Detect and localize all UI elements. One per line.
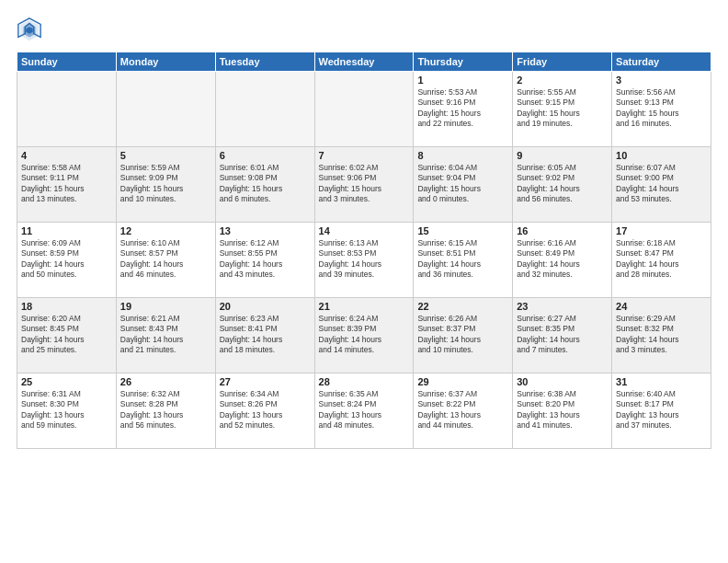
calendar-cell: 30Sunrise: 6:38 AM Sunset: 8:20 PM Dayli… — [513, 373, 612, 449]
day-number: 1 — [417, 75, 508, 86]
calendar-cell: 10Sunrise: 6:07 AM Sunset: 9:00 PM Dayli… — [612, 147, 711, 223]
day-number: 2 — [517, 75, 608, 86]
calendar-cell — [116, 72, 215, 147]
calendar-cell: 8Sunrise: 6:04 AM Sunset: 9:04 PM Daylig… — [414, 147, 513, 223]
day-info: Sunrise: 6:35 AM Sunset: 8:24 PM Dayligh… — [319, 389, 410, 431]
day-info: Sunrise: 6:34 AM Sunset: 8:26 PM Dayligh… — [220, 389, 311, 431]
calendar-cell — [215, 72, 314, 147]
day-number: 12 — [120, 225, 211, 236]
calendar-week-5: 25Sunrise: 6:31 AM Sunset: 8:30 PM Dayli… — [17, 373, 711, 449]
day-info: Sunrise: 6:24 AM Sunset: 8:39 PM Dayligh… — [319, 314, 410, 356]
calendar-cell: 21Sunrise: 6:24 AM Sunset: 8:39 PM Dayli… — [314, 298, 414, 373]
calendar-cell: 27Sunrise: 6:34 AM Sunset: 8:26 PM Dayli… — [215, 373, 314, 449]
day-info: Sunrise: 6:15 AM Sunset: 8:51 PM Dayligh… — [417, 238, 508, 281]
day-number: 4 — [21, 150, 112, 161]
day-number: 14 — [319, 225, 410, 236]
day-number: 21 — [319, 301, 410, 312]
calendar-cell: 23Sunrise: 6:27 AM Sunset: 8:35 PM Dayli… — [513, 298, 612, 373]
calendar-cell: 29Sunrise: 6:37 AM Sunset: 8:22 PM Dayli… — [414, 373, 513, 449]
day-info: Sunrise: 6:10 AM Sunset: 8:57 PM Dayligh… — [120, 238, 211, 281]
calendar-week-1: 1Sunrise: 5:53 AM Sunset: 9:16 PM Daylig… — [17, 72, 711, 147]
day-info: Sunrise: 6:05 AM Sunset: 9:02 PM Dayligh… — [517, 163, 608, 205]
calendar-cell: 22Sunrise: 6:26 AM Sunset: 8:37 PM Dayli… — [414, 298, 513, 373]
day-info: Sunrise: 6:23 AM Sunset: 8:41 PM Dayligh… — [220, 314, 311, 356]
day-info: Sunrise: 6:21 AM Sunset: 8:43 PM Dayligh… — [120, 314, 211, 356]
day-number: 18 — [21, 301, 112, 312]
weekday-header-thursday: Thursday — [414, 52, 513, 72]
day-number: 6 — [220, 150, 311, 161]
day-number: 16 — [517, 225, 608, 236]
day-info: Sunrise: 6:12 AM Sunset: 8:55 PM Dayligh… — [220, 238, 311, 281]
day-info: Sunrise: 5:56 AM Sunset: 9:13 PM Dayligh… — [616, 87, 707, 130]
day-info: Sunrise: 6:31 AM Sunset: 8:30 PM Dayligh… — [21, 389, 112, 431]
calendar: SundayMondayTuesdayWednesdayThursdayFrid… — [17, 52, 711, 449]
day-info: Sunrise: 5:58 AM Sunset: 9:11 PM Dayligh… — [21, 163, 112, 205]
calendar-cell: 20Sunrise: 6:23 AM Sunset: 8:41 PM Dayli… — [215, 298, 314, 373]
calendar-cell: 2Sunrise: 5:55 AM Sunset: 9:15 PM Daylig… — [513, 72, 612, 147]
day-number: 15 — [417, 225, 508, 236]
weekday-header-tuesday: Tuesday — [215, 52, 314, 72]
day-number: 27 — [220, 376, 311, 387]
calendar-week-2: 4Sunrise: 5:58 AM Sunset: 9:11 PM Daylig… — [17, 147, 711, 223]
day-number: 13 — [220, 225, 311, 236]
day-info: Sunrise: 6:16 AM Sunset: 8:49 PM Dayligh… — [517, 238, 608, 281]
calendar-cell — [314, 72, 414, 147]
day-info: Sunrise: 6:26 AM Sunset: 8:37 PM Dayligh… — [417, 314, 508, 356]
day-info: Sunrise: 6:29 AM Sunset: 8:32 PM Dayligh… — [616, 314, 707, 356]
day-number: 25 — [21, 376, 112, 387]
header — [17, 17, 711, 42]
day-number: 19 — [120, 301, 211, 312]
day-info: Sunrise: 6:20 AM Sunset: 8:45 PM Dayligh… — [21, 314, 112, 356]
day-info: Sunrise: 5:59 AM Sunset: 9:09 PM Dayligh… — [120, 163, 211, 205]
day-number: 22 — [417, 301, 508, 312]
day-number: 28 — [319, 376, 410, 387]
weekday-header-row: SundayMondayTuesdayWednesdayThursdayFrid… — [17, 52, 711, 72]
calendar-cell: 14Sunrise: 6:13 AM Sunset: 8:53 PM Dayli… — [314, 223, 414, 298]
day-info: Sunrise: 6:01 AM Sunset: 9:08 PM Dayligh… — [220, 163, 311, 205]
weekday-header-monday: Monday — [116, 52, 215, 72]
day-number: 29 — [417, 376, 508, 387]
calendar-cell — [17, 72, 117, 147]
day-number: 8 — [417, 150, 508, 161]
weekday-header-friday: Friday — [513, 52, 612, 72]
calendar-cell: 17Sunrise: 6:18 AM Sunset: 8:47 PM Dayli… — [612, 223, 711, 298]
calendar-cell: 24Sunrise: 6:29 AM Sunset: 8:32 PM Dayli… — [612, 298, 711, 373]
day-number: 30 — [517, 376, 608, 387]
day-info: Sunrise: 6:07 AM Sunset: 9:00 PM Dayligh… — [616, 163, 707, 205]
calendar-cell: 18Sunrise: 6:20 AM Sunset: 8:45 PM Dayli… — [17, 298, 117, 373]
calendar-cell: 11Sunrise: 6:09 AM Sunset: 8:59 PM Dayli… — [17, 223, 117, 298]
calendar-cell: 7Sunrise: 6:02 AM Sunset: 9:06 PM Daylig… — [314, 147, 414, 223]
calendar-cell: 16Sunrise: 6:16 AM Sunset: 8:49 PM Dayli… — [513, 223, 612, 298]
calendar-cell: 9Sunrise: 6:05 AM Sunset: 9:02 PM Daylig… — [513, 147, 612, 223]
calendar-cell: 1Sunrise: 5:53 AM Sunset: 9:16 PM Daylig… — [414, 72, 513, 147]
calendar-cell: 6Sunrise: 6:01 AM Sunset: 9:08 PM Daylig… — [215, 147, 314, 223]
weekday-header-sunday: Sunday — [17, 52, 117, 72]
day-number: 31 — [616, 376, 707, 387]
day-info: Sunrise: 5:53 AM Sunset: 9:16 PM Dayligh… — [417, 87, 508, 130]
weekday-header-wednesday: Wednesday — [314, 52, 414, 72]
page: SundayMondayTuesdayWednesdayThursdayFrid… — [0, 0, 728, 563]
day-info: Sunrise: 5:55 AM Sunset: 9:15 PM Dayligh… — [517, 87, 608, 130]
day-number: 11 — [21, 225, 112, 236]
day-number: 20 — [220, 301, 311, 312]
calendar-cell: 4Sunrise: 5:58 AM Sunset: 9:11 PM Daylig… — [17, 147, 117, 223]
day-info: Sunrise: 6:09 AM Sunset: 8:59 PM Dayligh… — [21, 238, 112, 281]
calendar-cell: 12Sunrise: 6:10 AM Sunset: 8:57 PM Dayli… — [116, 223, 215, 298]
day-number: 24 — [616, 301, 707, 312]
calendar-cell: 26Sunrise: 6:32 AM Sunset: 8:28 PM Dayli… — [116, 373, 215, 449]
calendar-week-4: 18Sunrise: 6:20 AM Sunset: 8:45 PM Dayli… — [17, 298, 711, 373]
calendar-cell: 5Sunrise: 5:59 AM Sunset: 9:09 PM Daylig… — [116, 147, 215, 223]
logo — [17, 17, 46, 42]
calendar-cell: 31Sunrise: 6:40 AM Sunset: 8:17 PM Dayli… — [612, 373, 711, 449]
day-number: 9 — [517, 150, 608, 161]
day-number: 5 — [120, 150, 211, 161]
day-info: Sunrise: 6:37 AM Sunset: 8:22 PM Dayligh… — [417, 389, 508, 431]
calendar-week-3: 11Sunrise: 6:09 AM Sunset: 8:59 PM Dayli… — [17, 223, 711, 298]
calendar-cell: 25Sunrise: 6:31 AM Sunset: 8:30 PM Dayli… — [17, 373, 117, 449]
day-info: Sunrise: 6:18 AM Sunset: 8:47 PM Dayligh… — [616, 238, 707, 281]
calendar-cell: 19Sunrise: 6:21 AM Sunset: 8:43 PM Dayli… — [116, 298, 215, 373]
calendar-cell: 28Sunrise: 6:35 AM Sunset: 8:24 PM Dayli… — [314, 373, 414, 449]
day-info: Sunrise: 6:27 AM Sunset: 8:35 PM Dayligh… — [517, 314, 608, 356]
day-info: Sunrise: 6:40 AM Sunset: 8:17 PM Dayligh… — [616, 389, 707, 431]
day-info: Sunrise: 6:32 AM Sunset: 8:28 PM Dayligh… — [120, 389, 211, 431]
